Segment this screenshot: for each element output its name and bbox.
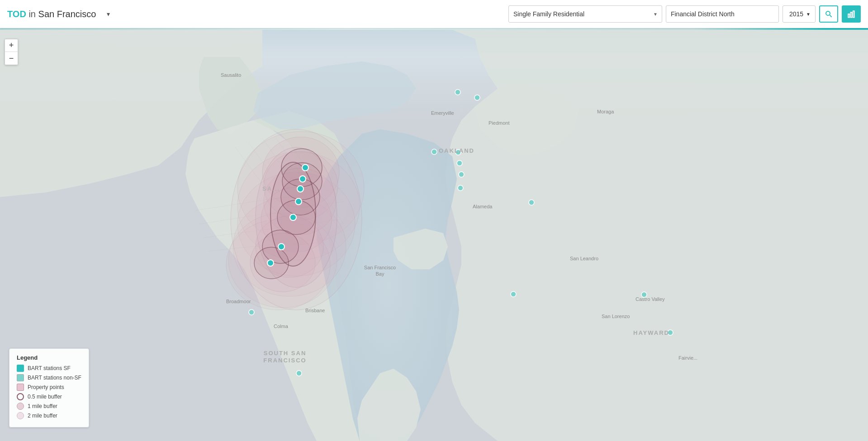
label-brisbane: Brisbane (305, 308, 325, 313)
svg-point-41 (290, 214, 296, 220)
app-header: TOD in San Francisco ▾ Single Family Res… (0, 0, 868, 28)
svg-rect-2 (848, 14, 849, 18)
svg-rect-4 (853, 11, 854, 17)
label-piedmont: Piedmont (489, 120, 509, 126)
legend-swatch-1buffer (17, 403, 24, 410)
year-button[interactable]: 2015 ▼ (783, 5, 816, 23)
zoning-select[interactable]: Single Family Residential Multi Family R… (508, 5, 662, 23)
legend-label-property: Property points (28, 384, 64, 390)
svg-point-44 (455, 89, 460, 95)
zoning-select-wrapper: Single Family Residential Multi Family R… (508, 5, 662, 23)
legend-swatch-2buffer (17, 412, 24, 419)
svg-point-39 (297, 186, 304, 192)
title-tod: TOD (7, 9, 26, 19)
legend-swatch-bart-nonsf (17, 374, 24, 381)
year-dropdown-arrow: ▼ (806, 12, 811, 17)
label-southsf2: FRANCISCO (263, 357, 306, 364)
search-button[interactable] (819, 5, 838, 23)
legend-item-1buffer: 1 mile buffer (17, 403, 81, 410)
svg-point-54 (296, 371, 302, 376)
label-colma: Colma (274, 324, 289, 329)
zoom-in-button[interactable]: + (5, 39, 18, 52)
legend-label-05buffer: 0.5 mile buffer (28, 394, 62, 400)
legend-swatch-property (17, 384, 24, 391)
svg-point-47 (457, 160, 462, 166)
legend-item-05buffer: 0.5 mile buffer (17, 393, 81, 400)
label-hayward: HAYWARD (633, 329, 669, 336)
legend-item-property: Property points (17, 384, 81, 391)
legend-item-bart-nonsf: BART stations non-SF (17, 374, 81, 381)
legend-swatch-05buffer (17, 393, 24, 400)
search-icon (825, 10, 833, 18)
label-fairview: Fairvie... (678, 355, 697, 361)
legend-label-2buffer: 2 mile buffer (28, 413, 57, 419)
neighborhood-input[interactable] (666, 5, 779, 23)
svg-point-37 (302, 164, 308, 171)
svg-point-43 (267, 260, 274, 266)
header-accent-bar (0, 28, 868, 30)
legend-label-bart-nonsf: BART stations non-SF (28, 375, 81, 381)
label-sf: SA... (262, 185, 280, 192)
svg-point-38 (299, 176, 306, 182)
title-dropdown-arrow[interactable]: ▾ (107, 10, 110, 18)
label-southsf: SOUTH SAN (264, 350, 307, 357)
label-castroValley: Castro Valley (636, 296, 665, 302)
label-moraga: Moraga (597, 109, 614, 114)
legend-item-bart-sf: BART stations SF (17, 365, 81, 372)
chart-button[interactable] (842, 5, 861, 23)
label-emeryville: Emeryville (431, 110, 454, 116)
svg-rect-3 (851, 12, 852, 17)
svg-point-45 (474, 95, 480, 100)
label-sanleandro: San Leandro (570, 256, 598, 261)
legend-item-2buffer: 2 mile buffer (17, 412, 81, 419)
legend-title: Legend (17, 354, 81, 361)
svg-point-0 (826, 11, 830, 15)
label-sfbay: San Francisco (364, 265, 396, 270)
zoom-out-button[interactable]: − (5, 52, 18, 65)
title-city: San Francisco (38, 9, 96, 19)
header-controls: Single Family Residential Multi Family R… (508, 5, 861, 23)
year-label: 2015 (789, 10, 803, 18)
svg-point-52 (511, 291, 516, 297)
label-oakland: OAKLAND (439, 147, 474, 154)
legend-label-1buffer: 1 mile buffer (28, 403, 57, 409)
legend-swatch-bart-sf (17, 365, 24, 372)
svg-point-50 (432, 149, 437, 155)
svg-line-1 (830, 15, 832, 17)
map-svg: Sausalito Emeryville Piedmont OAKLAND Al… (0, 30, 868, 441)
label-alameda: Alameda (473, 204, 493, 209)
app-title: TOD in San Francisco ▾ (7, 9, 110, 19)
label-broadmoor: Broadmoor (226, 299, 251, 304)
label-sanlorenzo: San Lorenzo (602, 314, 630, 319)
svg-point-48 (459, 172, 464, 177)
svg-point-51 (529, 200, 534, 205)
svg-point-53 (249, 310, 254, 315)
map-container: Sausalito Emeryville Piedmont OAKLAND Al… (0, 30, 868, 441)
svg-point-42 (278, 244, 285, 250)
legend-label-bart-sf: BART stations SF (28, 365, 71, 371)
label-sausalito: Sausalito (221, 72, 241, 78)
svg-point-40 (295, 198, 302, 205)
label-sfbay2: Bay (376, 271, 384, 277)
zoom-controls: + − (5, 39, 18, 65)
title-in: in (28, 9, 38, 19)
legend-panel: Legend BART stations SF BART stations no… (9, 348, 89, 427)
chart-icon (847, 10, 855, 18)
svg-point-49 (458, 185, 463, 191)
